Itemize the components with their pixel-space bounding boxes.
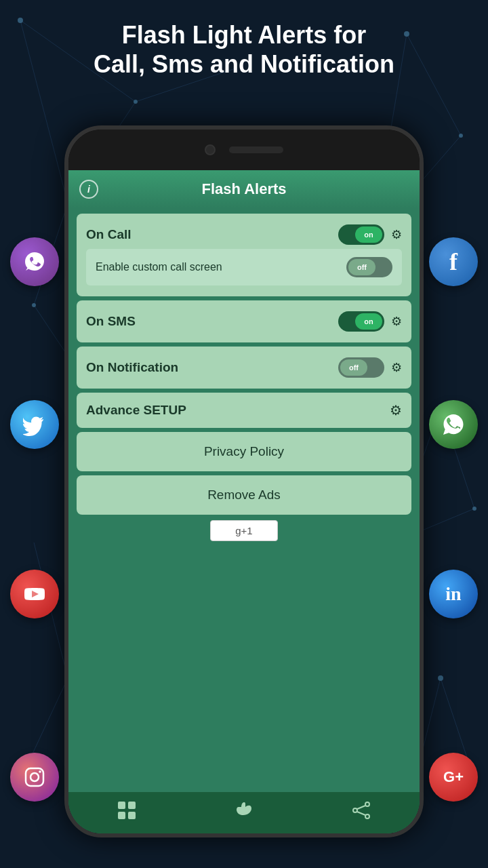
phone-top-bar bbox=[68, 130, 420, 170]
svg-point-42 bbox=[30, 773, 39, 781]
svg-point-37 bbox=[365, 814, 369, 818]
gplus-button[interactable]: G+ bbox=[429, 753, 478, 802]
svg-point-21 bbox=[32, 303, 36, 307]
facebook-icon: f bbox=[449, 248, 458, 276]
bottom-nav-share-icon[interactable] bbox=[351, 800, 371, 825]
on-call-toggle[interactable]: on bbox=[338, 224, 384, 245]
on-call-toggle-knob: on bbox=[355, 226, 382, 243]
on-call-filter-icon[interactable]: ⚙ bbox=[391, 227, 402, 242]
viber-button[interactable] bbox=[10, 237, 59, 286]
linkedin-icon: in bbox=[445, 583, 461, 605]
on-call-card: On Call on ⚙ Enable custom call screen o… bbox=[77, 214, 411, 296]
on-notification-label: On Notification bbox=[86, 360, 178, 375]
custom-call-screen-card: Enable custom call screen off bbox=[86, 249, 402, 285]
youtube-button[interactable] bbox=[10, 570, 59, 618]
svg-point-35 bbox=[365, 802, 369, 806]
twitter-button[interactable] bbox=[10, 400, 59, 449]
custom-call-screen-label: Enable custom call screen bbox=[96, 261, 222, 273]
on-notification-card: On Notification off ⚙ bbox=[77, 347, 411, 389]
bottom-nav-like-icon[interactable] bbox=[234, 800, 254, 825]
whatsapp-button[interactable] bbox=[429, 400, 478, 449]
info-button[interactable]: i bbox=[79, 180, 98, 199]
svg-point-19 bbox=[134, 100, 138, 104]
header-title: Flash Alerts bbox=[98, 180, 390, 198]
gear-icon: ⚙ bbox=[390, 402, 402, 418]
advance-setup-card[interactable]: Advance SETUP ⚙ bbox=[77, 393, 411, 428]
on-sms-toggle-knob: on bbox=[355, 313, 382, 330]
svg-point-36 bbox=[353, 808, 357, 812]
on-sms-label: On SMS bbox=[86, 314, 136, 329]
privacy-policy-button[interactable]: Privacy Policy bbox=[77, 432, 411, 471]
bottom-nav bbox=[68, 792, 420, 833]
custom-call-screen-toggle-knob: off bbox=[348, 259, 375, 275]
on-call-label: On Call bbox=[86, 227, 131, 242]
on-notification-toggle-knob: off bbox=[340, 359, 367, 376]
svg-point-24 bbox=[459, 134, 463, 138]
gplus-icon: G+ bbox=[443, 768, 464, 786]
on-notification-toggle[interactable]: off bbox=[338, 357, 384, 378]
phone-frame: i Flash Alerts On Call on ⚙ bbox=[64, 125, 424, 837]
phone-speaker bbox=[229, 146, 283, 153]
remove-ads-label: Remove Ads bbox=[207, 488, 281, 502]
phone-camera bbox=[205, 144, 216, 155]
svg-point-43 bbox=[39, 770, 41, 773]
svg-line-39 bbox=[357, 812, 365, 815]
linkedin-button[interactable]: in bbox=[429, 570, 478, 618]
custom-call-screen-toggle[interactable]: off bbox=[346, 257, 392, 277]
on-sms-filter-icon[interactable]: ⚙ bbox=[391, 314, 402, 329]
svg-rect-32 bbox=[128, 802, 136, 809]
svg-rect-34 bbox=[128, 812, 136, 819]
app-screen: i Flash Alerts On Call on ⚙ bbox=[68, 170, 420, 833]
content-area: On Call on ⚙ Enable custom call screen o… bbox=[68, 208, 420, 792]
remove-ads-button[interactable]: Remove Ads bbox=[77, 475, 411, 515]
svg-rect-31 bbox=[118, 802, 125, 809]
gplus-badge[interactable]: g+1 bbox=[210, 520, 278, 541]
app-header: i Flash Alerts bbox=[68, 170, 420, 208]
svg-rect-33 bbox=[118, 812, 125, 819]
facebook-button[interactable]: f bbox=[429, 237, 478, 286]
svg-point-30 bbox=[438, 675, 443, 681]
on-sms-card: On SMS on ⚙ bbox=[77, 300, 411, 342]
advance-setup-label: Advance SETUP bbox=[86, 403, 186, 418]
app-title: Flash Light Alerts for Call, Sms and Not… bbox=[0, 20, 488, 79]
instagram-button[interactable] bbox=[10, 753, 59, 802]
on-notification-filter-icon[interactable]: ⚙ bbox=[391, 360, 402, 375]
svg-line-38 bbox=[357, 806, 365, 809]
svg-point-27 bbox=[472, 507, 476, 511]
privacy-policy-label: Privacy Policy bbox=[204, 444, 284, 458]
bottom-nav-add-icon[interactable] bbox=[117, 800, 137, 825]
on-sms-toggle[interactable]: on bbox=[338, 311, 384, 332]
